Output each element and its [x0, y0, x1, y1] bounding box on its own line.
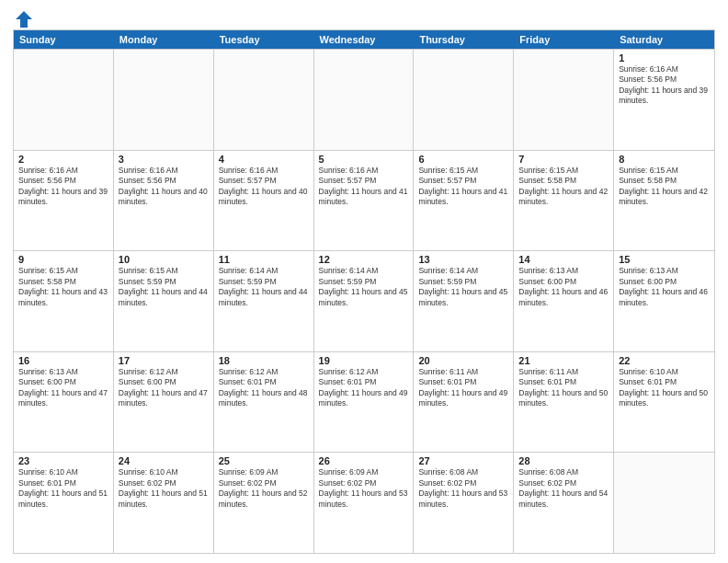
cell-sun-info: Sunrise: 6:15 AM Sunset: 5:58 PM Dayligh…: [518, 166, 609, 208]
cell-sun-info: Sunrise: 6:11 AM Sunset: 6:01 PM Dayligh…: [418, 367, 508, 409]
day-number: 1: [619, 52, 710, 63]
cal-header-day: Saturday: [614, 30, 714, 49]
cell-sun-info: Sunrise: 6:15 AM Sunset: 5:57 PM Dayligh…: [418, 166, 508, 208]
day-number: 5: [319, 154, 409, 165]
cal-cell-empty: [114, 50, 214, 150]
cell-sun-info: Sunrise: 6:15 AM Sunset: 5:58 PM Dayligh…: [18, 266, 108, 308]
day-number: 24: [119, 455, 209, 466]
cal-cell-empty: [314, 50, 415, 150]
calendar-header: SundayMondayTuesdayWednesdayThursdayFrid…: [14, 30, 714, 49]
cal-header-day: Sunday: [14, 30, 114, 49]
cal-header-day: Tuesday: [214, 30, 314, 49]
cal-cell-empty: [514, 50, 614, 150]
cal-header-day: Wednesday: [314, 30, 415, 49]
day-number: 16: [18, 355, 108, 366]
cell-sun-info: Sunrise: 6:16 AM Sunset: 5:56 PM Dayligh…: [119, 166, 209, 208]
day-number: 13: [418, 254, 508, 265]
cal-row: 9Sunrise: 6:15 AM Sunset: 5:58 PM Daylig…: [14, 250, 714, 351]
day-number: 19: [319, 355, 409, 366]
day-number: 2: [18, 154, 108, 165]
cell-sun-info: Sunrise: 6:14 AM Sunset: 5:59 PM Dayligh…: [219, 266, 309, 308]
cell-sun-info: Sunrise: 6:15 AM Sunset: 5:59 PM Dayligh…: [119, 266, 209, 308]
cal-row: 16Sunrise: 6:13 AM Sunset: 6:00 PM Dayli…: [14, 351, 714, 453]
day-number: 4: [219, 154, 309, 165]
cal-cell: 16Sunrise: 6:13 AM Sunset: 6:00 PM Dayli…: [14, 352, 114, 453]
cal-cell: 5Sunrise: 6:16 AM Sunset: 5:57 PM Daylig…: [314, 151, 415, 251]
logo-icon: [14, 9, 34, 29]
cal-cell: 13Sunrise: 6:14 AM Sunset: 5:59 PM Dayli…: [414, 251, 514, 351]
cal-cell: 2Sunrise: 6:16 AM Sunset: 5:56 PM Daylig…: [14, 151, 114, 251]
cell-sun-info: Sunrise: 6:08 AM Sunset: 6:02 PM Dayligh…: [518, 467, 609, 510]
cell-sun-info: Sunrise: 6:14 AM Sunset: 5:59 PM Dayligh…: [319, 266, 409, 308]
cal-cell: 17Sunrise: 6:12 AM Sunset: 6:00 PM Dayli…: [114, 352, 214, 453]
cal-cell: 3Sunrise: 6:16 AM Sunset: 5:56 PM Daylig…: [114, 151, 214, 251]
cal-cell: 21Sunrise: 6:11 AM Sunset: 6:01 PM Dayli…: [514, 352, 614, 453]
cell-sun-info: Sunrise: 6:13 AM Sunset: 6:00 PM Dayligh…: [619, 266, 710, 308]
cal-cell: 1Sunrise: 6:16 AM Sunset: 5:56 PM Daylig…: [614, 50, 714, 150]
day-number: 6: [418, 154, 508, 165]
cal-cell: 15Sunrise: 6:13 AM Sunset: 6:00 PM Dayli…: [614, 251, 714, 351]
header: [13, 9, 715, 26]
day-number: 27: [418, 455, 508, 466]
calendar: SundayMondayTuesdayWednesdayThursdayFrid…: [13, 29, 715, 554]
day-number: 28: [518, 455, 609, 466]
cal-header-day: Friday: [514, 30, 614, 49]
cell-sun-info: Sunrise: 6:10 AM Sunset: 6:01 PM Dayligh…: [18, 467, 108, 510]
calendar-body: 1Sunrise: 6:16 AM Sunset: 5:56 PM Daylig…: [14, 49, 714, 553]
cal-header-day: Thursday: [414, 30, 514, 49]
cal-cell: 26Sunrise: 6:09 AM Sunset: 6:02 PM Dayli…: [314, 453, 415, 553]
day-number: 18: [219, 355, 309, 366]
cal-cell: 11Sunrise: 6:14 AM Sunset: 5:59 PM Dayli…: [214, 251, 314, 351]
cell-sun-info: Sunrise: 6:10 AM Sunset: 6:02 PM Dayligh…: [119, 467, 209, 510]
cell-sun-info: Sunrise: 6:09 AM Sunset: 6:02 PM Dayligh…: [219, 467, 309, 510]
cal-cell: 14Sunrise: 6:13 AM Sunset: 6:00 PM Dayli…: [514, 251, 614, 351]
cell-sun-info: Sunrise: 6:16 AM Sunset: 5:57 PM Dayligh…: [219, 166, 309, 208]
day-number: 17: [119, 355, 209, 366]
logo: [13, 9, 35, 26]
cal-cell: 20Sunrise: 6:11 AM Sunset: 6:01 PM Dayli…: [414, 352, 514, 453]
day-number: 14: [518, 254, 609, 265]
cell-sun-info: Sunrise: 6:08 AM Sunset: 6:02 PM Dayligh…: [418, 467, 508, 510]
day-number: 10: [119, 254, 209, 265]
cal-cell-empty: [414, 50, 514, 150]
cell-sun-info: Sunrise: 6:16 AM Sunset: 5:57 PM Dayligh…: [319, 166, 409, 208]
cell-sun-info: Sunrise: 6:16 AM Sunset: 5:56 PM Dayligh…: [18, 166, 108, 208]
cell-sun-info: Sunrise: 6:11 AM Sunset: 6:01 PM Dayligh…: [518, 367, 609, 409]
cell-sun-info: Sunrise: 6:13 AM Sunset: 6:00 PM Dayligh…: [518, 266, 609, 308]
day-number: 23: [18, 455, 108, 466]
day-number: 25: [219, 455, 309, 466]
cal-cell: 18Sunrise: 6:12 AM Sunset: 6:01 PM Dayli…: [214, 352, 314, 453]
cal-cell: 6Sunrise: 6:15 AM Sunset: 5:57 PM Daylig…: [414, 151, 514, 251]
day-number: 7: [518, 154, 609, 165]
cal-cell: 23Sunrise: 6:10 AM Sunset: 6:01 PM Dayli…: [14, 453, 114, 553]
cal-cell: 25Sunrise: 6:09 AM Sunset: 6:02 PM Dayli…: [214, 453, 314, 553]
day-number: 3: [119, 154, 209, 165]
cell-sun-info: Sunrise: 6:10 AM Sunset: 6:01 PM Dayligh…: [619, 367, 710, 409]
cell-sun-info: Sunrise: 6:15 AM Sunset: 5:58 PM Dayligh…: [619, 166, 710, 208]
day-number: 11: [219, 254, 309, 265]
cal-cell: 19Sunrise: 6:12 AM Sunset: 6:01 PM Dayli…: [314, 352, 415, 453]
cell-sun-info: Sunrise: 6:12 AM Sunset: 6:01 PM Dayligh…: [219, 367, 309, 409]
day-number: 15: [619, 254, 710, 265]
day-number: 12: [319, 254, 409, 265]
cell-sun-info: Sunrise: 6:09 AM Sunset: 6:02 PM Dayligh…: [319, 467, 409, 510]
cell-sun-info: Sunrise: 6:16 AM Sunset: 5:56 PM Dayligh…: [619, 64, 710, 107]
cal-cell: 10Sunrise: 6:15 AM Sunset: 5:59 PM Dayli…: [114, 251, 214, 351]
cal-cell-empty: [14, 50, 114, 150]
cal-cell: 8Sunrise: 6:15 AM Sunset: 5:58 PM Daylig…: [614, 151, 714, 251]
day-number: 26: [319, 455, 409, 466]
cal-cell: 22Sunrise: 6:10 AM Sunset: 6:01 PM Dayli…: [614, 352, 714, 453]
cell-sun-info: Sunrise: 6:14 AM Sunset: 5:59 PM Dayligh…: [418, 266, 508, 308]
cal-cell: 27Sunrise: 6:08 AM Sunset: 6:02 PM Dayli…: [414, 453, 514, 553]
cal-row: 2Sunrise: 6:16 AM Sunset: 5:56 PM Daylig…: [14, 150, 714, 251]
cal-row: 1Sunrise: 6:16 AM Sunset: 5:56 PM Daylig…: [14, 49, 714, 150]
day-number: 21: [518, 355, 609, 366]
cal-cell: 28Sunrise: 6:08 AM Sunset: 6:02 PM Dayli…: [514, 453, 614, 553]
day-number: 8: [619, 154, 710, 165]
cal-cell-empty: [214, 50, 314, 150]
cal-header-day: Monday: [114, 30, 214, 49]
cal-cell: 12Sunrise: 6:14 AM Sunset: 5:59 PM Dayli…: [314, 251, 415, 351]
cell-sun-info: Sunrise: 6:13 AM Sunset: 6:00 PM Dayligh…: [18, 367, 108, 409]
cell-sun-info: Sunrise: 6:12 AM Sunset: 6:00 PM Dayligh…: [119, 367, 209, 409]
day-number: 9: [18, 254, 108, 265]
